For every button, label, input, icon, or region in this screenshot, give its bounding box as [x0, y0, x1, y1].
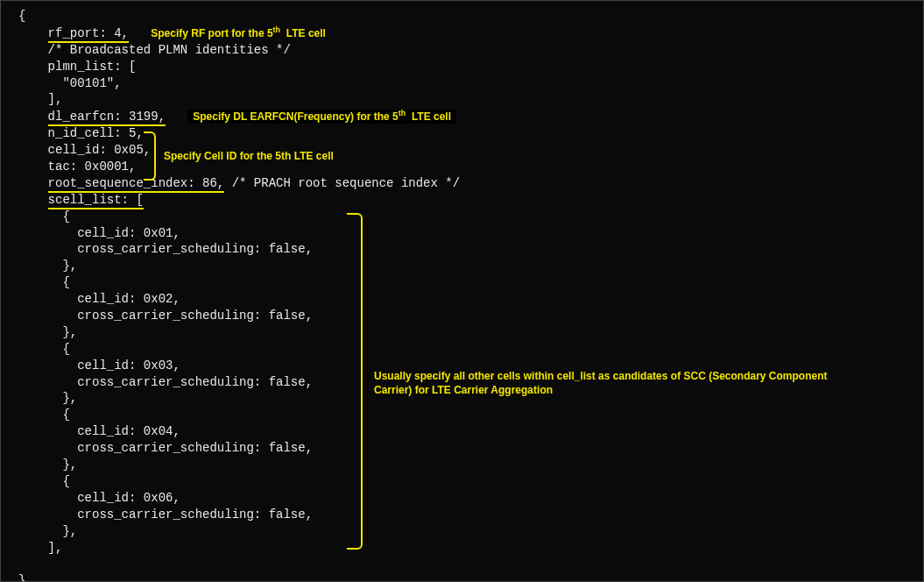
line-plmn-close: ],: [18, 91, 923, 108]
dl-earfcn-value: dl_earfcn: 3199,: [48, 110, 166, 126]
line-plmn-open: plmn_list: [: [18, 59, 923, 75]
line-plmn-value: "00101",: [18, 75, 923, 92]
line-rf-port: rf_port: 4, Specify RF port for the 5th …: [18, 25, 923, 42]
line-close-brace: },: [18, 572, 923, 582]
annot-dl-earfcn: Specify DL EARFCN(Frequency) for the 5th…: [187, 110, 456, 124]
scell-list-label: scell_list: [: [48, 193, 144, 209]
annot-rf-port: Specify RF port for the 5th LTE cell: [151, 27, 326, 39]
root-seq-value: root_sequence_index: 86,: [48, 176, 225, 193]
scell-item-open: {: [18, 341, 923, 358]
code-block: { rf_port: 4, Specify RF port for the 5t…: [1, 1, 923, 582]
line-plmn-comment: /* Broadcasted PLMN identities */: [18, 42, 923, 59]
scell-item-close: },: [18, 523, 923, 540]
scell-item-close: },: [18, 457, 923, 473]
bracket-scell: [347, 213, 363, 550]
scell-item-open: {: [18, 209, 923, 225]
scell-item-open: {: [18, 407, 923, 423]
annot-cell-id: Specify Cell ID for the 5th LTE cell: [164, 149, 334, 163]
line-dl-earfcn: dl_earfcn: 3199, Specify DL EARFCN(Frequ…: [18, 108, 923, 125]
line-scell-open: scell_list: [: [18, 192, 923, 209]
scell-item-cellid: cell_id: 0x01,: [18, 225, 923, 242]
scell-item-open: {: [18, 274, 923, 291]
line-open-brace: {: [18, 8, 923, 25]
annot-scc: Usually specify all other cells within c…: [374, 369, 864, 397]
bracket-cell-id: [144, 131, 156, 181]
scell-item-close: },: [18, 258, 923, 274]
scell-item-open: {: [18, 473, 923, 490]
scell-item-ccs: cross_carrier_scheduling: false,: [18, 241, 923, 258]
scell-item-close: },: [18, 324, 923, 341]
scell-item-cellid: cell_id: 0x04,: [18, 423, 923, 440]
scell-item-ccs: cross_carrier_scheduling: false,: [18, 507, 923, 523]
scell-item-ccs: cross_carrier_scheduling: false,: [18, 308, 923, 324]
scell-item-ccs: cross_carrier_scheduling: false,: [18, 440, 923, 457]
scell-item-cellid: cell_id: 0x06,: [18, 490, 923, 507]
scell-item-cellid: cell_id: 0x02,: [18, 291, 923, 308]
rf-port-value: rf_port: 4,: [48, 26, 129, 43]
line-scell-close: ],: [18, 540, 923, 557]
